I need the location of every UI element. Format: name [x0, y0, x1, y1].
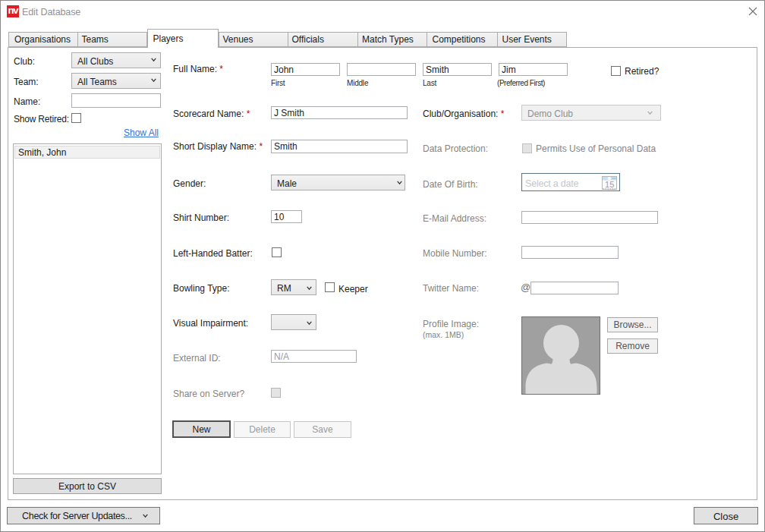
svg-text:15: 15	[605, 180, 614, 189]
